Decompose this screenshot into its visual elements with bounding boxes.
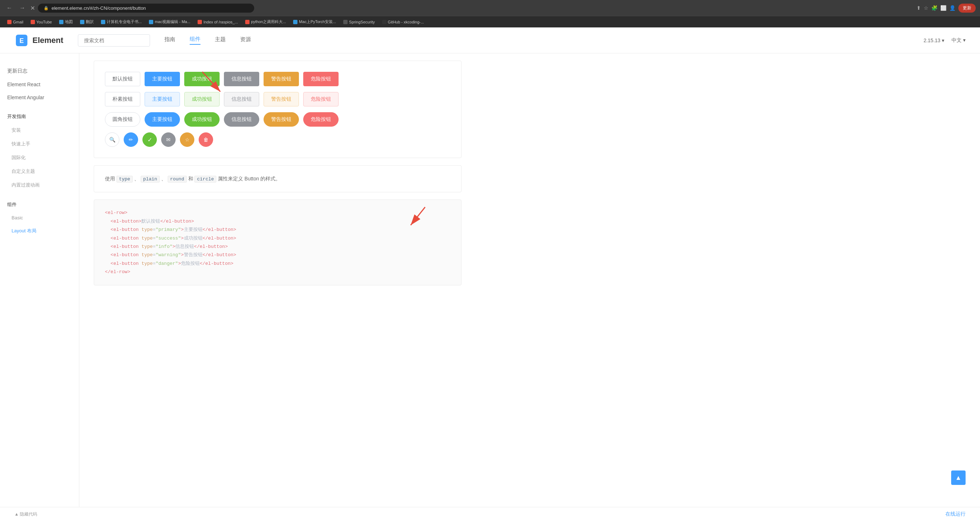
btn-circle-mail[interactable]: ✉ xyxy=(161,132,176,147)
bookmark-spring[interactable]: SpringSecurity xyxy=(340,19,378,25)
bookmark-python[interactable]: python之调用科大... xyxy=(242,18,289,25)
version-chevron: ▾ xyxy=(942,38,944,43)
address-bar[interactable]: 🔒 element.eleme.cn/#/zh-CN/component/but… xyxy=(38,3,254,13)
description-text: 使用 type 、 plain 、 round 和 circle 属性来定义 B… xyxy=(105,174,450,183)
logo-icon: E xyxy=(14,33,29,48)
btn-round-info[interactable]: 信息按钮 xyxy=(224,112,259,127)
bookmark-translate[interactable]: 翻訳 xyxy=(77,18,97,25)
bookmark-github[interactable]: GitHub - xkcoding-... xyxy=(379,19,427,25)
scroll-to-top[interactable]: ▲ xyxy=(951,470,966,485)
bookmark-raspios[interactable]: Index of /raspios_... xyxy=(195,19,241,25)
btn-round-warning[interactable]: 警告按钮 xyxy=(264,112,299,127)
content-wrapper: 更新日志 Element React Element Angular 开发指南 … xyxy=(0,53,980,510)
sidebar-item-i18n[interactable]: 国际化 xyxy=(7,151,72,164)
nav-resource[interactable]: 资源 xyxy=(240,36,251,45)
btn-round-danger[interactable]: 危险按钮 xyxy=(303,112,339,127)
delete-icon: 🗑 xyxy=(204,137,208,142)
bookmark-pytorch[interactable]: Mac上PyTorch安装... xyxy=(290,18,339,25)
code-line-8: </el-row> xyxy=(105,268,450,276)
pytorch-icon xyxy=(293,20,298,24)
code-round: round xyxy=(168,176,187,183)
forward-button[interactable]: → xyxy=(17,3,27,13)
nav-guide[interactable]: 指南 xyxy=(164,36,175,45)
search-input[interactable] xyxy=(78,34,150,46)
sidebar-section-component: 组件 xyxy=(7,198,72,212)
btn-success[interactable]: 成功按钮 xyxy=(184,72,220,86)
btn-primary[interactable]: 主要按钮 xyxy=(145,72,180,86)
sidebar: 更新日志 Element React Element Angular 开发指南 … xyxy=(0,53,80,510)
browser-toolbar: ← → ✕ 🔒 element.eleme.cn/#/zh-CN/compone… xyxy=(0,0,980,16)
sidebar-item-transition[interactable]: 内置过渡动画 xyxy=(7,178,72,192)
edit-icon: ✏ xyxy=(129,137,133,142)
app-container: E Element 指南 组件 主题 资源 2.15.13 ▾ 中文 ▾ 更新日… xyxy=(0,27,980,510)
btn-plain-warning[interactable]: 警告按钮 xyxy=(264,92,299,107)
code-line-7: <el-button type="danger">危险按钮</el-button… xyxy=(105,260,450,268)
sidebar-item-basic[interactable]: Basic xyxy=(7,212,72,224)
sidebar-section-dev: 开发指南 xyxy=(7,110,72,123)
btn-plain-default[interactable]: 朴素按钮 xyxy=(105,92,140,107)
bookmark-video[interactable]: mac视频编辑 - Ma... xyxy=(146,18,193,25)
code-line-1: <el-row> xyxy=(105,209,450,217)
video-icon xyxy=(149,20,153,24)
star-icon: ☆ xyxy=(185,137,190,142)
sidebar-item-changelog[interactable]: 更新日志 xyxy=(7,64,72,78)
window-icon[interactable]: ⬜ xyxy=(940,5,947,11)
sidebar-item-theme[interactable]: 自定义主题 xyxy=(7,164,72,178)
bottom-left: ▲ 隐藏代码 xyxy=(14,511,37,517)
translate-icon xyxy=(80,20,84,24)
bookmark-youtube[interactable]: YouTube xyxy=(28,19,55,25)
btn-default[interactable]: 默认按钮 xyxy=(105,72,140,86)
update-button[interactable]: 更新 xyxy=(958,3,976,13)
collapse-code-button[interactable]: ▲ 隐藏代码 xyxy=(14,511,37,517)
btn-round-success[interactable]: 成功按钮 xyxy=(184,112,220,127)
btn-plain-primary[interactable]: 主要按钮 xyxy=(145,92,180,107)
extension-icon[interactable]: 🧩 xyxy=(931,5,937,11)
btn-circle-star[interactable]: ☆ xyxy=(180,132,194,147)
ebook-icon xyxy=(101,20,105,24)
btn-info[interactable]: 信息按钮 xyxy=(224,72,259,86)
btn-circle-search[interactable]: 🔍 xyxy=(105,132,119,147)
description-section: 使用 type 、 plain 、 round 和 circle 属性来定义 B… xyxy=(94,165,461,192)
sidebar-item-angular[interactable]: Element Angular xyxy=(7,91,72,104)
btn-circle-check[interactable]: ✓ xyxy=(142,132,157,147)
bookmark-ebook[interactable]: 计算机专业电子书... xyxy=(98,18,145,25)
sidebar-item-install[interactable]: 安装 xyxy=(7,123,72,137)
bookmark-icon[interactable]: ☆ xyxy=(924,5,928,11)
bookmark-gmail[interactable]: Gmail xyxy=(4,19,26,25)
buttons-row-plain: 朴素按钮 主要按钮 成功按钮 信息按钮 警告按钮 危险按钮 xyxy=(105,92,450,107)
language-select[interactable]: 中文 ▾ xyxy=(951,37,966,44)
youtube-icon xyxy=(31,20,35,24)
btn-circle-delete[interactable]: 🗑 xyxy=(199,132,213,147)
run-online-link[interactable]: 在线运行 xyxy=(945,511,966,516)
nav-right: 2.15.13 ▾ 中文 ▾ xyxy=(923,37,966,44)
btn-plain-danger[interactable]: 危险按钮 xyxy=(303,92,339,107)
version-badge[interactable]: 2.15.13 ▾ xyxy=(923,38,944,43)
back-button[interactable]: ← xyxy=(4,3,14,13)
map-icon xyxy=(59,20,64,24)
share-icon[interactable]: ⬆ xyxy=(916,5,921,11)
btn-round-primary[interactable]: 主要按钮 xyxy=(145,112,180,127)
btn-danger[interactable]: 危险按钮 xyxy=(303,72,339,86)
bookmark-map[interactable]: 地図 xyxy=(56,18,76,25)
nav-theme[interactable]: 主题 xyxy=(215,36,226,45)
gmail-icon xyxy=(7,20,11,24)
sidebar-item-quickstart[interactable]: 快速上手 xyxy=(7,137,72,151)
code-line-5: <el-button type="info">信息按钮</el-button> xyxy=(105,242,450,251)
close-button[interactable]: ✕ xyxy=(30,5,35,11)
main-content: 默认按钮 主要按钮 成功按钮 信息按钮 警告按钮 危险按钮 朴素按钮 主要按钮 … xyxy=(80,53,476,510)
python-icon xyxy=(245,20,250,24)
profile-icon[interactable]: 👤 xyxy=(949,5,956,11)
code-section: <el-row> <el-button>默认按钮</el-button> <el… xyxy=(94,199,461,285)
btn-plain-info[interactable]: 信息按钮 xyxy=(224,92,259,107)
btn-plain-success[interactable]: 成功按钮 xyxy=(184,92,220,107)
btn-circle-edit[interactable]: ✏ xyxy=(124,132,138,147)
sidebar-item-layout[interactable]: Layout 布局 xyxy=(7,224,72,238)
sidebar-item-react[interactable]: Element React xyxy=(7,78,72,91)
spring-icon xyxy=(343,20,348,24)
svg-text:E: E xyxy=(19,37,24,45)
btn-warning[interactable]: 警告按钮 xyxy=(264,72,299,86)
nav-links: 指南 组件 主题 资源 xyxy=(164,36,251,45)
btn-round-default[interactable]: 圆角按钮 xyxy=(105,112,140,127)
code-line-4: <el-button type="success">成功按钮</el-butto… xyxy=(105,234,450,242)
nav-component[interactable]: 组件 xyxy=(190,36,200,45)
